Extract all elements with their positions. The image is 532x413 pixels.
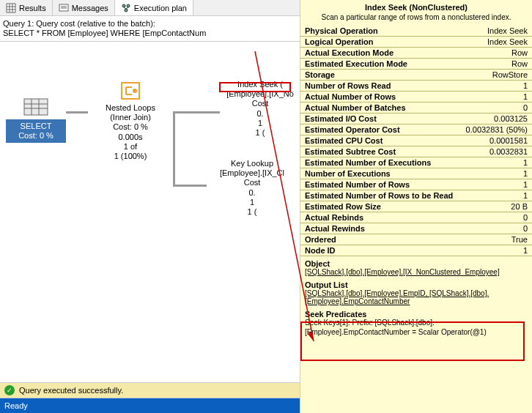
property-row: Actual Number of Rows1 bbox=[300, 92, 532, 103]
property-key: Actual Execution Mode bbox=[305, 48, 394, 57]
status-text: Query executed successfully. bbox=[19, 386, 123, 395]
property-key: Estimated Number of Rows to be Read bbox=[305, 191, 453, 200]
property-key: Estimated Number of Executions bbox=[305, 158, 431, 167]
query-header: Query 1: Query cost (relative to the bat… bbox=[0, 16, 300, 42]
svg-point-10 bbox=[125, 9, 128, 12]
tab-messages[interactable]: Messages bbox=[53, 0, 115, 15]
property-value: Index Seek bbox=[487, 37, 528, 46]
property-key: Logical Operation bbox=[305, 37, 374, 46]
tabs-bar: Results Messages Execution plan bbox=[0, 0, 300, 16]
connector bbox=[173, 185, 207, 187]
property-key: Estimated Number of Rows bbox=[305, 180, 410, 189]
node-obj: [Employee].[IX_No bbox=[220, 89, 300, 99]
ready-text: Ready bbox=[4, 401, 28, 410]
node-sub: (Inner Join) bbox=[86, 113, 174, 122]
connector bbox=[173, 111, 220, 114]
property-key: Estimated Execution Mode bbox=[305, 59, 407, 68]
table-icon bbox=[6, 3, 16, 13]
node-rows: 1 bbox=[220, 119, 300, 128]
node-cost: Cost: 0 % bbox=[6, 131, 66, 141]
property-value: 1 bbox=[523, 180, 528, 189]
property-key: Actual Number of Batches bbox=[305, 103, 406, 112]
property-row: Estimated Subtree Cost0.0032831 bbox=[300, 146, 532, 157]
node-pct: 1 ( bbox=[205, 207, 299, 217]
property-row: Logical OperationIndex Seek bbox=[300, 37, 532, 48]
property-row: Estimated Row Size20 B bbox=[300, 201, 532, 212]
property-key: Storage bbox=[305, 70, 335, 79]
svg-line-12 bbox=[126, 7, 128, 9]
property-row: Number of Executions1 bbox=[300, 168, 532, 179]
property-value: 1 bbox=[523, 92, 528, 101]
property-value: 0 bbox=[523, 224, 528, 233]
message-icon bbox=[59, 3, 69, 13]
node-label: SELECT bbox=[6, 122, 66, 131]
execution-plan-canvas[interactable]: SELECT Cost: 0 % Nested Loops (Inner Joi… bbox=[0, 42, 300, 382]
property-key: Actual Rewinds bbox=[305, 224, 365, 233]
svg-rect-13 bbox=[24, 99, 48, 115]
property-row: Actual Execution ModeRow bbox=[300, 48, 532, 59]
property-value: 1 bbox=[523, 158, 528, 167]
svg-line-11 bbox=[124, 7, 126, 9]
seek-predicates-text: [Employee].EmpContactNumber = Scalar Ope… bbox=[300, 328, 532, 338]
tooltip-desc: Scan a particular range of rows from a n… bbox=[300, 12, 532, 26]
tab-execution-plan[interactable]: Execution plan bbox=[115, 0, 193, 15]
key-lookup-node[interactable]: Key Lookup [Employee].[IX_Cl Cost 0. 1 1… bbox=[205, 159, 299, 217]
property-row: Node ID1 bbox=[300, 245, 532, 256]
property-value: 0 bbox=[523, 103, 528, 112]
property-row: Actual Rebinds0 bbox=[300, 212, 532, 223]
svg-point-9 bbox=[127, 4, 130, 7]
property-value: 1 bbox=[523, 246, 528, 255]
property-key: Actual Rebinds bbox=[305, 213, 363, 222]
node-cost: Cost bbox=[220, 99, 300, 108]
svg-point-19 bbox=[133, 89, 137, 93]
property-value: 0 bbox=[523, 213, 528, 222]
property-key: Number of Rows Read bbox=[305, 81, 391, 90]
property-row: Actual Number of Batches0 bbox=[300, 103, 532, 114]
node-pct: 1 ( bbox=[220, 128, 300, 138]
node-rows: 1 bbox=[205, 198, 299, 207]
node-rows: 1 of bbox=[86, 142, 174, 152]
index-seek-node[interactable]: Index Seek ( [Employee].[IX_No Cost 0. 1… bbox=[220, 80, 300, 138]
property-row: OrderedTrue bbox=[300, 234, 532, 245]
check-icon: ✓ bbox=[4, 385, 15, 395]
nested-loops-node[interactable]: Nested Loops (Inner Join) Cost: 0 % 0.00… bbox=[86, 80, 174, 161]
node-time: 0.000s bbox=[86, 133, 174, 142]
tooltip-panel: Index Seek (NonClustered) Scan a particu… bbox=[300, 0, 532, 413]
property-row: Estimated Number of Executions1 bbox=[300, 157, 532, 168]
output-list-heading: Output List bbox=[300, 279, 532, 289]
property-row: Estimated Number of Rows1 bbox=[300, 179, 532, 190]
property-row: Estimated Number of Rows to be Read1 bbox=[300, 190, 532, 201]
svg-point-8 bbox=[122, 4, 125, 7]
property-row: Physical OperationIndex Seek bbox=[300, 26, 532, 37]
connector bbox=[66, 111, 88, 114]
property-key: Node ID bbox=[305, 246, 336, 255]
svg-rect-0 bbox=[7, 4, 15, 12]
property-value: 0.0032831 bbox=[489, 147, 528, 156]
property-value: 0.0032831 (50%) bbox=[466, 125, 528, 134]
property-key: Physical Operation bbox=[305, 26, 378, 35]
seek-predicates-heading: Seek Predicates bbox=[300, 308, 532, 319]
property-value: RowStore bbox=[492, 70, 528, 79]
node-label: Nested Loops bbox=[86, 103, 174, 113]
node-cost: Cost bbox=[205, 178, 299, 187]
property-value: 20 B bbox=[511, 202, 528, 211]
property-value: 1 bbox=[523, 191, 528, 200]
property-key: Estimated I/O Cost bbox=[305, 114, 377, 123]
property-row: Estimated CPU Cost0.0001581 bbox=[300, 135, 532, 146]
node-obj: [Employee].[IX_Cl bbox=[205, 168, 299, 178]
property-value: True bbox=[511, 235, 528, 244]
property-row: StorageRowStore bbox=[300, 70, 532, 81]
tab-results[interactable]: Results bbox=[0, 0, 53, 15]
node-time: 0. bbox=[205, 188, 299, 198]
select-node[interactable]: SELECT Cost: 0 % bbox=[6, 96, 66, 143]
property-value: 1 bbox=[523, 169, 528, 178]
node-label: Index Seek ( bbox=[220, 80, 300, 89]
property-value: 0.0001581 bbox=[489, 136, 528, 145]
property-row: Estimated Operator Cost0.0032831 (50%) bbox=[300, 124, 532, 135]
tooltip-title: Index Seek (NonClustered) bbox=[300, 0, 532, 12]
object-text: [SQLShack].[dbo].[Employee].[IX_NonClust… bbox=[300, 268, 532, 279]
tab-label: Messages bbox=[72, 4, 108, 12]
output-list-text: [SQLShack].[dbo].[Employee].EmpID, [SQLS… bbox=[300, 289, 532, 308]
node-pct: 1 (100%) bbox=[86, 152, 174, 161]
property-row: Number of Rows Read1 bbox=[300, 81, 532, 92]
